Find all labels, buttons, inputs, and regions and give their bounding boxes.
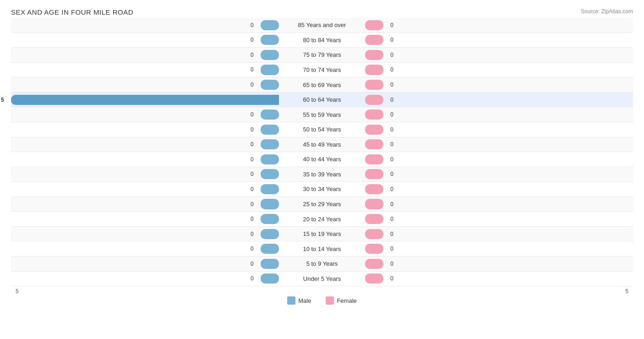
bar-male: 0 xyxy=(261,259,279,269)
male-value: 0 xyxy=(251,261,254,267)
bar-row: 0 40 to 44 Years 0 xyxy=(11,152,633,167)
male-value: 0 xyxy=(251,201,254,208)
male-side: 0 xyxy=(11,18,281,33)
female-value: 0 xyxy=(390,141,393,148)
age-label: 20 to 24 Years xyxy=(281,216,363,223)
female-value: 0 xyxy=(390,52,393,58)
age-label: 30 to 34 Years xyxy=(281,186,363,192)
male-value: 0 xyxy=(251,156,254,163)
female-value: 0 xyxy=(390,111,393,118)
chart-container: SEX AND AGE IN FOUR MILE ROAD Source: Zi… xyxy=(0,0,644,339)
age-label: 10 to 14 Years xyxy=(281,246,363,252)
axis-left-value: 5 xyxy=(11,288,19,295)
female-side: 0 xyxy=(363,241,633,256)
bar-row: 0 50 to 54 Years 0 xyxy=(11,122,633,137)
female-side: 0 xyxy=(363,167,633,182)
male-value: 0 xyxy=(251,52,254,58)
female-side: 0 xyxy=(363,212,633,226)
bar-row: 0 70 to 74 Years 0 xyxy=(11,63,633,78)
axis-right-value: 5 xyxy=(625,288,633,295)
bar-row: 0 45 to 49 Years 0 xyxy=(11,137,633,153)
bar-male: 0 xyxy=(261,229,279,239)
male-side: 0 xyxy=(11,212,281,226)
age-label: 5 to 9 Years xyxy=(281,260,363,267)
male-value: 5 xyxy=(1,97,4,103)
female-side: 0 xyxy=(363,227,633,241)
age-label: 50 to 54 Years xyxy=(281,126,363,133)
bar-row: 0 20 to 24 Years 0 xyxy=(11,212,633,227)
bar-male: 0 xyxy=(261,184,279,194)
age-label: 85 Years and over xyxy=(281,22,363,28)
male-side: 5 xyxy=(11,93,281,107)
bar-row: 0 5 to 9 Years 0 xyxy=(11,257,633,272)
age-label: 60 to 64 Years xyxy=(281,96,363,103)
male-side: 0 xyxy=(11,77,281,92)
age-label: 55 to 59 Years xyxy=(281,111,363,118)
male-side: 0 xyxy=(11,197,281,212)
male-value: 0 xyxy=(251,111,254,118)
female-value: 0 xyxy=(390,261,393,267)
bar-female: 0 xyxy=(365,125,383,135)
bar-female: 0 xyxy=(365,20,383,30)
female-value: 0 xyxy=(390,201,393,208)
bar-male: 0 xyxy=(261,199,279,209)
bar-row: 0 65 to 69 Years 0 xyxy=(11,77,633,93)
age-label: 75 to 79 Years xyxy=(281,51,363,58)
female-value: 0 xyxy=(390,246,393,252)
bar-female: 0 xyxy=(365,35,383,45)
female-side: 0 xyxy=(363,33,633,48)
bar-female: 0 xyxy=(365,259,383,269)
bar-male: 0 xyxy=(261,50,279,60)
bar-row: 5 60 to 64 Years 0 xyxy=(11,93,633,108)
female-side: 0 xyxy=(363,93,633,107)
age-label: 35 to 39 Years xyxy=(281,171,363,178)
male-value: 0 xyxy=(251,141,254,148)
male-side: 0 xyxy=(11,152,281,167)
bar-female: 0 xyxy=(365,50,383,60)
male-side: 0 xyxy=(11,107,281,122)
female-value: 0 xyxy=(390,275,393,282)
bar-female: 0 xyxy=(365,154,383,164)
male-value: 0 xyxy=(251,275,254,282)
female-side: 0 xyxy=(363,137,633,152)
female-side: 0 xyxy=(363,257,633,271)
bar-female: 0 xyxy=(365,199,383,209)
bar-male: 0 xyxy=(261,80,279,90)
bar-row: 0 85 Years and over 0 xyxy=(11,18,633,33)
bar-row: 0 Under 5 Years 0 xyxy=(11,272,633,287)
male-side: 0 xyxy=(11,63,281,77)
male-value: 0 xyxy=(251,246,254,252)
rows-container: 0 85 Years and over 0 0 80 to 84 Years 0 xyxy=(11,18,633,286)
bar-male: 0 xyxy=(261,65,279,75)
legend-female-label: Female xyxy=(337,297,356,304)
female-value: 0 xyxy=(390,171,393,177)
male-side: 0 xyxy=(11,257,281,271)
female-side: 0 xyxy=(363,122,633,137)
age-label: 70 to 74 Years xyxy=(281,66,363,73)
age-label: 15 to 19 Years xyxy=(281,230,363,237)
legend-male-box xyxy=(287,296,295,305)
bar-male: 0 xyxy=(261,109,279,120)
female-value: 0 xyxy=(390,156,393,163)
age-label: 40 to 44 Years xyxy=(281,156,363,163)
bar-female: 0 xyxy=(365,214,383,224)
source-label: Source: ZipAtlas.com xyxy=(581,8,633,15)
bar-female: 0 xyxy=(365,184,383,194)
male-side: 0 xyxy=(11,48,281,62)
female-value: 0 xyxy=(390,66,393,73)
age-label: 65 to 69 Years xyxy=(281,82,363,88)
bar-row: 0 15 to 19 Years 0 xyxy=(11,227,633,242)
legend-male-label: Male xyxy=(298,297,311,304)
female-value: 0 xyxy=(390,186,393,192)
bar-female: 0 xyxy=(365,65,383,75)
male-side: 0 xyxy=(11,137,281,152)
female-value: 0 xyxy=(390,231,393,237)
bar-row: 0 25 to 29 Years 0 xyxy=(11,197,633,212)
female-value: 0 xyxy=(390,22,393,28)
legend-female: Female xyxy=(326,296,356,305)
female-value: 0 xyxy=(390,82,393,88)
male-side: 0 xyxy=(11,227,281,241)
male-side: 0 xyxy=(11,182,281,197)
male-value: 0 xyxy=(251,22,254,28)
male-value: 0 xyxy=(251,186,254,192)
